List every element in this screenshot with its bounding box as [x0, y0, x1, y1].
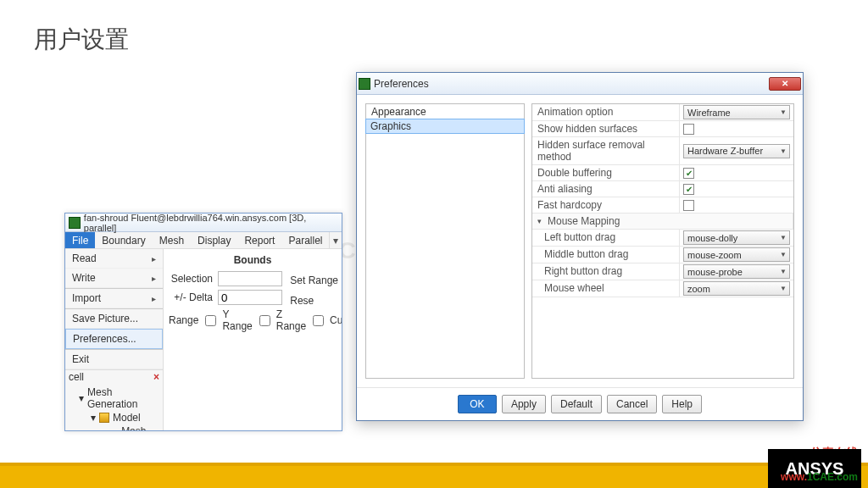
z-range-check[interactable] [259, 315, 270, 326]
prop-row: Double buffering✔ [532, 165, 793, 181]
prop-label: Hidden surface removal method [532, 137, 680, 164]
close-button[interactable]: ✕ [769, 77, 801, 91]
expander-icon[interactable] [537, 214, 545, 222]
bounds-panel: Bounds Selection +/- Delta Range Y Range… [164, 249, 342, 430]
prop-value [680, 197, 793, 213]
menu-parallel[interactable]: Parallel [281, 232, 329, 248]
reset-label: Rese [290, 295, 338, 307]
prop-row: Mouse wheelzoom [532, 280, 793, 297]
prop-value: Hardware Z-buffer [680, 137, 793, 164]
prop-value: mouse-zoom [680, 247, 793, 263]
default-button[interactable]: Default [551, 395, 602, 413]
menu-mesh[interactable]: Mesh [153, 232, 191, 248]
prop-select[interactable]: mouse-dolly [683, 230, 790, 245]
delta-input[interactable] [218, 290, 282, 305]
prop-row: Anti aliasing✔ [532, 181, 793, 197]
prop-row: Hidden surface removal methodHardware Z-… [532, 137, 793, 165]
prop-row: Middle button dragmouse-zoom [532, 247, 793, 263]
menu-report[interactable]: Report [237, 232, 281, 248]
prop-label: Middle button drag [532, 247, 680, 263]
prop-select[interactable]: Wireframe [683, 105, 790, 119]
prop-row: Right button dragmouse-probe [532, 263, 793, 280]
file-save-picture[interactable]: Save Picture... [65, 308, 163, 329]
help-button[interactable]: Help [662, 395, 702, 413]
y-range-check[interactable] [205, 315, 216, 326]
prop-label: Double buffering [532, 165, 680, 180]
cancel-button[interactable]: Cancel [607, 395, 657, 413]
prop-label: Show hidden surfaces [532, 121, 680, 136]
prop-label: Anti aliasing [532, 181, 680, 197]
prop-label: Right button drag [532, 263, 680, 280]
prop-select[interactable]: zoom [683, 281, 790, 296]
app-icon [69, 217, 81, 229]
prop-row: Mouse Mapping [532, 214, 793, 230]
prop-checkbox[interactable] [683, 200, 694, 211]
model-icon [99, 413, 109, 423]
prop-row: Left button dragmouse-dolly [532, 230, 793, 247]
menu-boundary[interactable]: Boundary [95, 232, 152, 248]
ok-button[interactable]: OK [458, 395, 497, 413]
prop-select[interactable]: Hardware Z-buffer [683, 144, 790, 158]
category-graphics[interactable]: Graphics [365, 119, 525, 134]
tree-mesh-generation[interactable]: ▾Mesh Generation [79, 385, 159, 411]
range-label: Range [169, 314, 198, 326]
category-appearance[interactable]: Appearance [366, 104, 524, 119]
file-exit[interactable]: Exit [65, 349, 163, 369]
file-preferences[interactable]: Preferences... [65, 329, 163, 349]
prop-checkbox[interactable] [683, 124, 694, 135]
prop-label: Mouse wheel [532, 280, 680, 297]
selection-label: Selection [169, 273, 213, 285]
file-menu-dropdown: Read▸ Write▸ Import▸ Save Picture... Pre… [65, 249, 164, 430]
prop-label: Left button drag [532, 230, 680, 246]
prop-label: Fast hardcopy [532, 197, 680, 213]
footer-bar [0, 463, 868, 488]
dialog-titlebar[interactable]: Preferences ✕ [357, 73, 803, 95]
file-write[interactable]: Write▸ [65, 269, 163, 288]
preferences-dialog: Preferences ✕ Appearance Graphics Animat… [356, 72, 804, 421]
prop-checkbox[interactable]: ✔ [683, 184, 694, 195]
prop-label: Mouse Mapping [532, 214, 793, 229]
file-import[interactable]: Import▸ [65, 288, 163, 308]
cutplane-check[interactable] [313, 315, 324, 326]
prop-row: Animation optionWireframe [532, 104, 793, 121]
file-read[interactable]: Read▸ [65, 249, 163, 269]
expander-icon: ▾ [79, 392, 84, 404]
tree-model[interactable]: ▾Model [79, 411, 159, 424]
prop-value: Wireframe [680, 104, 793, 120]
chevron-right-icon: ▸ [152, 294, 156, 303]
app-icon [359, 78, 370, 90]
property-grid: Animation optionWireframeShow hidden sur… [531, 103, 794, 379]
footer-url: www.1CAE.com [781, 471, 858, 483]
prop-value: mouse-probe [680, 263, 793, 280]
selection-input[interactable] [218, 271, 282, 286]
bounds-title: Bounds [169, 254, 337, 266]
expander-icon: ▾ [91, 412, 96, 424]
delta-label: +/- Delta [169, 291, 213, 303]
prop-select[interactable]: mouse-probe [683, 264, 790, 279]
apply-button[interactable]: Apply [502, 395, 546, 413]
prop-checkbox[interactable]: ✔ [683, 168, 694, 179]
prop-row: Fast hardcopy [532, 197, 793, 214]
menubar: File Boundary Mesh Display Report Parall… [65, 232, 342, 249]
prop-value: ✔ [680, 165, 793, 180]
chevron-right-icon: ▸ [152, 274, 156, 283]
tree-panel: cell × ▾Mesh Generation ▾Model ▸Mesh Obj… [65, 369, 163, 431]
set-range-label: Set Range [290, 274, 338, 286]
close-icon[interactable]: × [153, 371, 159, 383]
dialog-buttons: OK Apply Default Cancel Help [357, 387, 803, 420]
dialog-title: Preferences [374, 78, 429, 90]
fluent-titlebar: fan-shroud Fluent@lebdrwillia764.win.ans… [65, 214, 342, 232]
prop-value: ✔ [680, 181, 793, 197]
category-list: Appearance Graphics [365, 103, 525, 379]
cell-header: cell [69, 371, 84, 383]
menu-display[interactable]: Display [191, 232, 237, 248]
slide-title: 用户设置 [34, 24, 129, 56]
chevron-right-icon: ▸ [152, 254, 156, 263]
prop-row: Show hidden surfaces [532, 121, 793, 137]
tree-mesh-objects[interactable]: ▸Mesh Objects [79, 424, 159, 431]
menu-overflow[interactable]: ▾ [329, 232, 342, 248]
prop-select[interactable]: mouse-zoom [683, 247, 790, 262]
menu-file[interactable]: File [65, 232, 95, 248]
prop-value: zoom [680, 280, 793, 297]
prop-value: mouse-dolly [680, 230, 793, 246]
